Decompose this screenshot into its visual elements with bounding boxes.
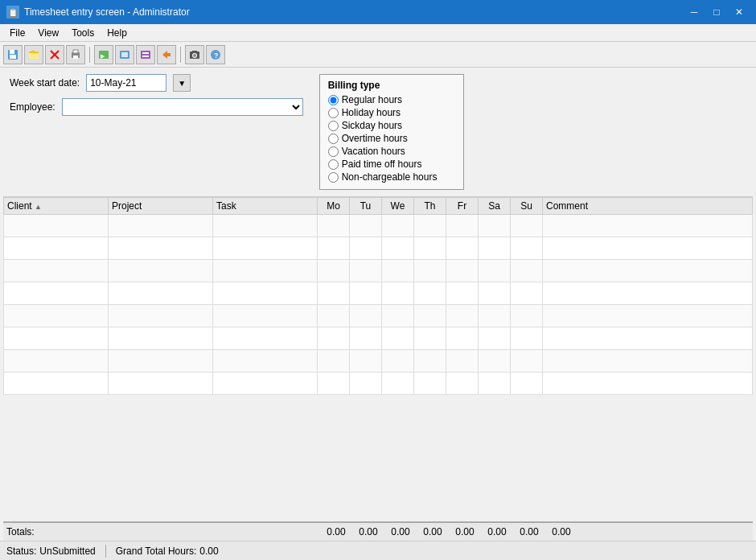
cell-tu[interactable] bbox=[350, 282, 382, 305]
cell-su[interactable] bbox=[511, 215, 543, 237]
export-button[interactable]: ▶ bbox=[94, 45, 113, 64]
cell-th[interactable] bbox=[414, 237, 446, 260]
cell-project[interactable] bbox=[109, 282, 213, 305]
col-header-mo[interactable]: Mo bbox=[318, 198, 350, 215]
cell-tu[interactable] bbox=[350, 327, 382, 350]
cell-fr[interactable] bbox=[446, 282, 479, 305]
list-button[interactable] bbox=[115, 45, 134, 64]
week-start-input[interactable] bbox=[86, 74, 166, 92]
billing-radio-vacation[interactable] bbox=[328, 146, 339, 157]
cell-task[interactable] bbox=[213, 373, 318, 395]
cell-we[interactable] bbox=[382, 237, 414, 260]
cell-tu[interactable] bbox=[350, 373, 382, 395]
cell-sa[interactable] bbox=[479, 237, 511, 260]
cell-client[interactable] bbox=[4, 260, 109, 282]
menu-tools[interactable]: Tools bbox=[65, 26, 101, 40]
cell-project[interactable] bbox=[109, 350, 213, 373]
cell-sa[interactable] bbox=[479, 373, 511, 395]
help-button[interactable]: ? bbox=[206, 45, 225, 64]
cell-fr[interactable] bbox=[446, 237, 479, 260]
cell-tu[interactable] bbox=[350, 237, 382, 260]
cell-task[interactable] bbox=[213, 305, 318, 327]
cell-mo[interactable] bbox=[318, 373, 350, 395]
cell-su[interactable] bbox=[511, 350, 543, 373]
cell-comment[interactable] bbox=[543, 215, 753, 237]
cell-fr[interactable] bbox=[446, 260, 479, 282]
billing-radio-overtime[interactable] bbox=[328, 134, 339, 144]
cell-task[interactable] bbox=[213, 215, 318, 237]
cell-th[interactable] bbox=[414, 282, 446, 305]
save-button[interactable] bbox=[3, 45, 23, 64]
menu-file[interactable]: File bbox=[3, 26, 31, 40]
menu-view[interactable]: View bbox=[31, 26, 65, 40]
cell-fr[interactable] bbox=[446, 327, 479, 350]
billing-radio-pto[interactable] bbox=[328, 159, 339, 170]
col-header-project[interactable]: Project bbox=[109, 198, 213, 215]
cell-comment[interactable] bbox=[543, 305, 753, 327]
cell-task[interactable] bbox=[213, 327, 318, 350]
cell-fr[interactable] bbox=[446, 215, 479, 237]
cell-we[interactable] bbox=[382, 305, 414, 327]
cell-comment[interactable] bbox=[543, 260, 753, 282]
cell-su[interactable] bbox=[511, 305, 543, 327]
cell-su[interactable] bbox=[511, 327, 543, 350]
cell-we[interactable] bbox=[382, 215, 414, 237]
menu-help[interactable]: Help bbox=[101, 26, 134, 40]
minimize-button[interactable]: ─ bbox=[684, 3, 705, 21]
col-header-comment[interactable]: Comment bbox=[543, 198, 753, 215]
cell-fr[interactable] bbox=[446, 305, 479, 327]
cell-mo[interactable] bbox=[318, 260, 350, 282]
back-button[interactable] bbox=[157, 45, 176, 64]
cell-fr[interactable] bbox=[446, 373, 479, 395]
col-header-th[interactable]: Th bbox=[414, 198, 446, 215]
cell-project[interactable] bbox=[109, 305, 213, 327]
cell-mo[interactable] bbox=[318, 237, 350, 260]
maximize-button[interactable]: □ bbox=[706, 3, 727, 21]
cell-task[interactable] bbox=[213, 237, 318, 260]
cell-tu[interactable] bbox=[350, 215, 382, 237]
cell-sa[interactable] bbox=[479, 350, 511, 373]
col-header-client[interactable]: Client ▲ bbox=[4, 198, 109, 215]
cell-sa[interactable] bbox=[479, 215, 511, 237]
cell-we[interactable] bbox=[382, 350, 414, 373]
cell-client[interactable] bbox=[4, 282, 109, 305]
col-header-fr[interactable]: Fr bbox=[446, 198, 479, 215]
settings-button[interactable] bbox=[136, 45, 155, 64]
cell-tu[interactable] bbox=[350, 260, 382, 282]
cell-th[interactable] bbox=[414, 305, 446, 327]
cell-mo[interactable] bbox=[318, 305, 350, 327]
cell-mo[interactable] bbox=[318, 282, 350, 305]
cell-we[interactable] bbox=[382, 373, 414, 395]
cell-task[interactable] bbox=[213, 282, 318, 305]
cell-th[interactable] bbox=[414, 350, 446, 373]
cell-sa[interactable] bbox=[479, 327, 511, 350]
cell-comment[interactable] bbox=[543, 373, 753, 395]
print-button[interactable] bbox=[66, 45, 85, 64]
cell-project[interactable] bbox=[109, 260, 213, 282]
cell-project[interactable] bbox=[109, 215, 213, 237]
cell-project[interactable] bbox=[109, 237, 213, 260]
cell-su[interactable] bbox=[511, 282, 543, 305]
cell-task[interactable] bbox=[213, 260, 318, 282]
cell-we[interactable] bbox=[382, 282, 414, 305]
cell-th[interactable] bbox=[414, 327, 446, 350]
col-header-we[interactable]: We bbox=[382, 198, 414, 215]
cell-client[interactable] bbox=[4, 350, 109, 373]
cell-comment[interactable] bbox=[543, 327, 753, 350]
timesheet-grid[interactable]: Client ▲ Project Task Mo Tu We Th Fr Sa … bbox=[3, 196, 753, 521]
billing-radio-regular[interactable] bbox=[328, 95, 339, 105]
cell-client[interactable] bbox=[4, 327, 109, 350]
cell-mo[interactable] bbox=[318, 327, 350, 350]
cell-th[interactable] bbox=[414, 260, 446, 282]
cell-su[interactable] bbox=[511, 260, 543, 282]
cell-su[interactable] bbox=[511, 373, 543, 395]
cell-mo[interactable] bbox=[318, 350, 350, 373]
cell-sa[interactable] bbox=[479, 305, 511, 327]
billing-radio-holiday[interactable] bbox=[328, 108, 339, 118]
close-button[interactable]: ✕ bbox=[729, 3, 750, 21]
camera-button[interactable] bbox=[185, 45, 204, 64]
cell-project[interactable] bbox=[109, 327, 213, 350]
cell-we[interactable] bbox=[382, 260, 414, 282]
cell-sa[interactable] bbox=[479, 282, 511, 305]
employee-select[interactable] bbox=[62, 98, 303, 116]
